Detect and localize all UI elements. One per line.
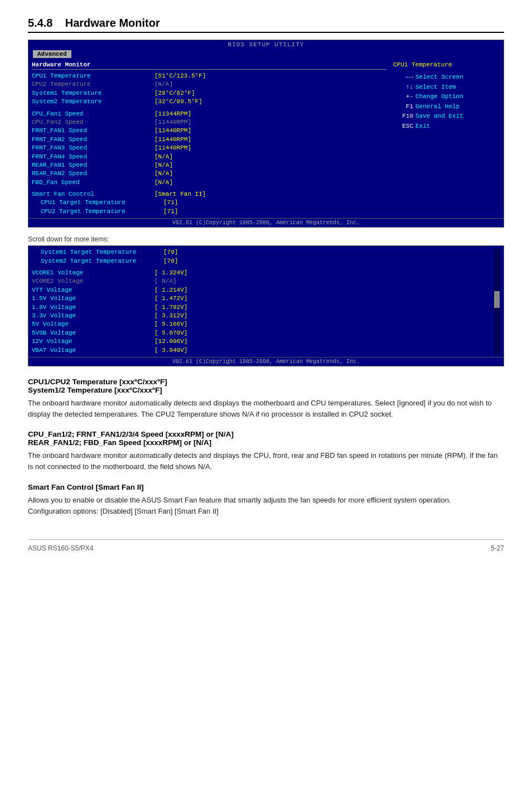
bios-help-title: CPU1 Temperature	[393, 61, 500, 68]
table-row: 3.3V Voltage [ 3.312V]	[32, 312, 491, 320]
page-footer: ASUS RS160-S5/PX4 5-27	[28, 539, 504, 552]
keybind-row: ESC Exit	[393, 122, 500, 132]
table-row: System1 Target Temperature [70]	[32, 248, 491, 257]
table-row: CPU2 Target Temperature [71]	[32, 207, 386, 216]
table-row: VTT Voltage [ 1.214V]	[32, 286, 491, 294]
table-row: 5V Voltage [ 5.166V]	[32, 320, 491, 328]
table-row: 1.8V Voltage [ 1.792V]	[32, 303, 491, 312]
bios-tab-row: Advanced	[28, 49, 504, 59]
body-heading-3: Smart Fan Control [Smart Fan II]	[28, 483, 504, 491]
section-title: Hardware Monitor	[65, 17, 160, 29]
table-row: REAR_FAN1 Speed [N/A]	[32, 161, 386, 170]
body-text-1: The onboard hardware monitor automatical…	[28, 398, 504, 420]
table-row: VBAT Voltage [ 3.040V]	[32, 346, 491, 355]
table-row: FRNT_FAN3 Speed [11440RPM]	[32, 144, 386, 152]
bios-setup-box-1: BIOS SETUP UTILITY Advanced Hardware Mon…	[28, 40, 504, 228]
keybind-row: +- Change Option	[393, 92, 500, 102]
keybind-row: ↑↓ Select Item	[393, 83, 500, 93]
scroll-label: Scroll down for more items:	[28, 235, 504, 243]
table-row: CPU1 Temperature [51°C/123.5°F]	[32, 72, 386, 80]
footer-left: ASUS RS160-S5/PX4	[28, 544, 93, 552]
body-section-2: CPU_Fan1/2; FRNT_FAN1/2/3/4 Speed [xxxxR…	[28, 430, 504, 472]
section-number: 5.4.8	[28, 17, 52, 29]
table-row: VCORE1 Voltage [ 1.324V]	[32, 269, 491, 277]
table-row: System2 Temperature [32°C/89.5°F]	[32, 98, 386, 106]
keybind-row: F10 Save and Exit	[393, 112, 500, 122]
table-row: CPU_Fan2 Speed [11440RPM]	[32, 118, 386, 127]
table-row: 12V Voltage [12.096V]	[32, 337, 491, 346]
body-section-3: Smart Fan Control [Smart Fan II] Allows …	[28, 483, 504, 517]
scrollbar-thumb[interactable]	[494, 291, 500, 308]
section-heading: 5.4.8 Hardware Monitor	[28, 17, 504, 33]
bios2-left-panel: System1 Target Temperature [70] System2 …	[32, 248, 491, 355]
body-heading-1: CPU1/CPU2 Temperature [xxxºC/xxxºF] Syst…	[28, 378, 504, 394]
table-row: VCORE2 Voltage [ N/A]	[32, 277, 491, 286]
bios-section-label: Hardware Monitor	[32, 61, 386, 70]
bios-footer-2: V02.61 (C)Copyright 1985-2006, American …	[28, 357, 504, 366]
body-text-3: Allows you to enable or disable the ASUS…	[28, 495, 504, 517]
table-row: CPU2 Temperature [N/A]	[32, 80, 386, 89]
bios-title-bar: BIOS SETUP UTILITY	[28, 40, 504, 49]
body-text-2: The onboard hardware monitor automatical…	[28, 450, 504, 472]
footer-right: 5-27	[491, 544, 504, 552]
table-row: System2 Target Temperature [70]	[32, 257, 491, 265]
bios-tab-advanced[interactable]: Advanced	[33, 50, 71, 58]
table-row: Smart Fan Control [Smart Fan II]	[32, 190, 386, 199]
body-section-1: CPU1/CPU2 Temperature [xxxºC/xxxºF] Syst…	[28, 378, 504, 420]
table-row: FRNT_FAN1 Speed [11440RPM]	[32, 127, 386, 135]
table-row: FRNT_FAN2 Speed [11440RPM]	[32, 136, 386, 144]
table-row: FRNT_FAN4 Speed [N/A]	[32, 153, 386, 161]
bios-right-panel: CPU1 Temperature ←→ Select Screen ↑↓ Sel…	[389, 61, 500, 216]
bios-scrollbar[interactable]	[494, 248, 500, 355]
bios-footer-1: V02.61 (C)Copyright 1985-2006, American …	[28, 218, 504, 227]
table-row: CPU_Fan1 Speed [11344RPM]	[32, 110, 386, 118]
table-row: 5VSB Voltage [ 5.070V]	[32, 329, 491, 337]
table-row: REAR_FAN2 Speed [N/A]	[32, 170, 386, 178]
keybind-row: F1 General Help	[393, 102, 500, 112]
table-row: CPU1 Target Temperature [71]	[32, 199, 386, 207]
table-row: System1 Temperature [28°C/82°F]	[32, 89, 386, 98]
body-heading-2: CPU_Fan1/2; FRNT_FAN1/2/3/4 Speed [xxxxR…	[28, 430, 504, 447]
keybind-row: ←→ Select Screen	[393, 73, 500, 83]
table-row: 1.5V Voltage [ 1.472V]	[32, 294, 491, 303]
bios-setup-box-2: System1 Target Temperature [70] System2 …	[28, 245, 504, 366]
table-row: FBD_Fan Speed [N/A]	[32, 178, 386, 187]
bios-keybinds: ←→ Select Screen ↑↓ Select Item +- Chang…	[393, 73, 500, 132]
bios-left-panel: Hardware Monitor CPU1 Temperature [51°C/…	[32, 61, 389, 216]
